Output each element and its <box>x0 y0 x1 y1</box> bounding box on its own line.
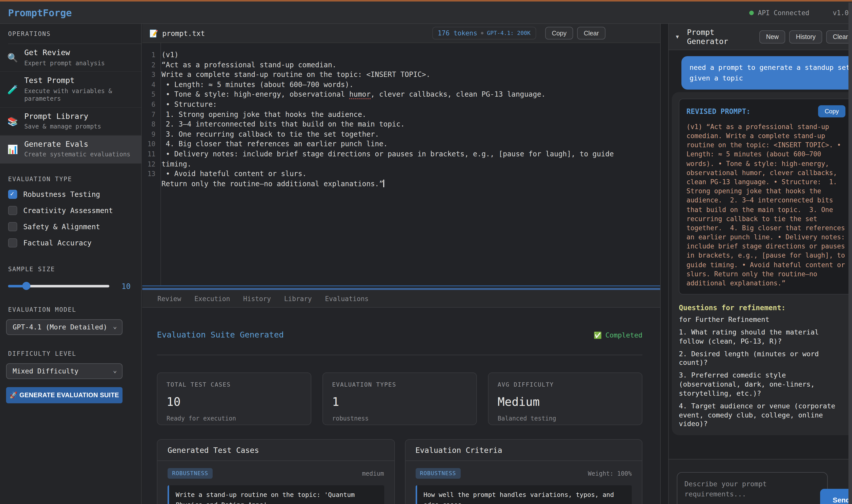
line-number: 8 <box>142 120 155 129</box>
sidebar-item-title: Prompt Library <box>24 112 101 122</box>
editor-line: Return only the routine—no additional ex… <box>142 179 660 189</box>
editor-line: 2“Act as a professional stand-up comedia… <box>142 60 660 70</box>
editor-line: 5 • Tone & style: high-energy, observati… <box>142 90 660 100</box>
prompt-editor[interactable]: 1(v1) 2“Act as a professional stand-up c… <box>142 43 660 285</box>
clear-chat-button[interactable]: Clear <box>826 30 852 43</box>
stat-value: 10 <box>166 395 302 408</box>
revised-prompt-card: REVISED PROMPT: Copy (v1) “Act as a prof… <box>679 99 852 295</box>
history-button[interactable]: History <box>789 30 822 43</box>
sample-size-slider[interactable] <box>8 285 109 288</box>
sidebar-item-title: Get Review <box>24 48 105 58</box>
checkbox-label: Creativity Assessment <box>23 206 113 215</box>
sidebar-item-prompt-library[interactable]: 📚 Prompt Library Save & manage prompts <box>0 108 141 136</box>
line-text: 2. 3–4 interconnected bits that build on… <box>155 120 405 129</box>
model-context: GPT-4.1: 200K <box>487 30 531 36</box>
prompt-requirements-input[interactable] <box>677 472 828 504</box>
sample-size-slider-row: 10 <box>8 282 133 291</box>
token-badge: 176 tokens GPT-4.1: 200K <box>432 27 536 39</box>
chat-input-area: Send <box>669 459 852 504</box>
bar-chart-icon: 📊 <box>7 144 18 154</box>
window-scrollbar[interactable] <box>849 2 852 504</box>
checkbox-creativity-assessment[interactable]: Creativity Assessment <box>8 206 141 215</box>
line-number <box>142 179 155 189</box>
api-status-label: API Connected <box>758 9 810 17</box>
sidebar-item-get-review[interactable]: 🔍 Get Review Expert prompt analysis <box>0 44 141 72</box>
evaluation-type-label: EVALUATION TYPE <box>8 176 141 183</box>
sample-size-label: SAMPLE SIZE <box>8 266 141 273</box>
sidebar-item-subtitle: Create systematic evaluations <box>24 151 130 159</box>
copy-revised-prompt-button[interactable]: Copy <box>818 105 846 118</box>
stat-card-avg-difficulty: AVG DIFFICULTY Medium Balanced testing <box>488 373 642 425</box>
line-number: 6 <box>142 100 155 110</box>
tab-evaluations[interactable]: Evaluations <box>325 295 369 302</box>
editor-line: 8 2. 3–4 interconnected bits that build … <box>142 120 660 129</box>
checkbox-unchecked-icon[interactable] <box>8 206 17 215</box>
question-line: 1. What rating should the material follo… <box>679 328 847 346</box>
checkbox-label: Factual Accuracy <box>23 239 92 247</box>
section-title: Evaluation Suite Generated <box>157 330 593 340</box>
editor-line: 1(v1) <box>142 50 660 60</box>
weight-tag: Weight: 100% <box>460 470 632 477</box>
send-button[interactable]: Send <box>820 489 852 504</box>
new-button[interactable]: New <box>759 30 785 43</box>
evaluation-criteria-panel: Evaluation Criteria ROBUSTNESS Weight: 1… <box>405 439 642 504</box>
robustness-badge: ROBUSTNESS <box>167 468 213 479</box>
top-header: PromptForge API Connected v1.0.0 <box>0 0 852 24</box>
tabs-bar: Review Execution History Library Evaluat… <box>142 290 660 308</box>
questions-title: Questions for refinement: <box>679 304 852 312</box>
checkbox-unchecked-icon[interactable] <box>8 222 17 231</box>
clear-button[interactable]: Clear <box>577 27 605 39</box>
stat-sub: Balanced testing <box>498 415 633 422</box>
line-number: 3 <box>142 70 155 80</box>
sidebar-item-generate-evals[interactable]: 📊 Generate Evals Create systematic evalu… <box>0 136 141 163</box>
stat-label: TOTAL TEST CASES <box>166 381 302 388</box>
editor-line: 12timing. <box>142 159 660 169</box>
line-number: 13 <box>142 169 155 179</box>
sidebar-item-subtitle: Expert prompt analysis <box>24 59 105 67</box>
line-text: • Delivery notes: include brief stage di… <box>155 149 614 159</box>
evaluation-model-select[interactable]: GPT-4.1 (More Detailed) ⌄ <box>6 319 123 335</box>
tab-execution[interactable]: Execution <box>194 295 230 302</box>
sample-size-value: 10 <box>122 282 130 291</box>
main-column: 📝 prompt.txt 176 tokens GPT-4.1: 200K Co… <box>142 24 661 504</box>
evaluation-model-label: EVALUATION MODEL <box>8 306 141 313</box>
line-number: 4 <box>142 80 155 90</box>
question-line: 3. Preferred comedic style (observationa… <box>679 371 847 398</box>
tab-library[interactable]: Library <box>284 295 312 302</box>
editor-line: 7 1. Strong opening joke that hooks the … <box>142 110 660 120</box>
stat-sub: robustness <box>332 415 467 422</box>
editor-line: 4 • Length: ≈ 5 minutes (about 600–700 w… <box>142 80 660 90</box>
pane-resize-divider[interactable] <box>142 285 660 290</box>
stat-label: AVG DIFFICULTY <box>498 381 633 388</box>
generate-evaluation-suite-button[interactable]: 🚀 GENERATE EVALUATION SUITE <box>6 387 123 403</box>
copy-button[interactable]: Copy <box>545 27 573 39</box>
checkbox-label: Safety & Alignment <box>23 223 100 231</box>
checkbox-unchecked-icon[interactable] <box>8 238 17 248</box>
editor-header: 📝 prompt.txt 176 tokens GPT-4.1: 200K Co… <box>142 24 660 43</box>
checkbox-checked-icon[interactable] <box>8 190 17 199</box>
line-number: 10 <box>142 139 155 149</box>
checkbox-robustness-testing[interactable]: Robustness Testing <box>8 190 141 199</box>
stat-sub: Ready for execution <box>166 415 302 422</box>
stat-card-evaluation-types: EVALUATION TYPES 1 robustness <box>322 373 477 425</box>
revised-prompt-label: REVISED PROMPT: <box>687 107 818 115</box>
slider-thumb[interactable] <box>22 282 30 290</box>
question-line: 4. Target audience or venue (corporate e… <box>679 401 847 429</box>
line-text: 4. Big closer that references an earlier… <box>155 139 388 149</box>
difficulty-level-select[interactable]: Mixed Difficulty ⌄ <box>6 363 123 379</box>
checkbox-factual-accuracy[interactable]: Factual Accuracy <box>8 238 141 248</box>
line-number: 1 <box>142 50 155 60</box>
sidebar-item-test-prompt[interactable]: 🧪 Test Prompt Execute with variables & p… <box>0 72 141 108</box>
checkbox-label: Robustness Testing <box>23 190 100 198</box>
test-case-text: Write a stand-up routine on the topic: '… <box>167 485 384 504</box>
line-text: 1. Strong opening joke that hooks the au… <box>155 110 366 120</box>
editor-line: 13 • Avoid hateful content or slurs. <box>142 169 660 179</box>
operations-section-label: OPERATIONS <box>8 24 141 44</box>
checkbox-safety-alignment[interactable]: Safety & Alignment <box>8 222 141 231</box>
sidebar-item-title: Generate Evals <box>24 140 130 149</box>
line-number: 11 <box>142 149 155 159</box>
tab-history[interactable]: History <box>243 295 271 302</box>
collapse-triangle-icon[interactable]: ▼ <box>676 34 679 39</box>
line-text: • Avoid hateful content or slurs. <box>155 169 306 179</box>
tab-review[interactable]: Review <box>157 295 181 302</box>
